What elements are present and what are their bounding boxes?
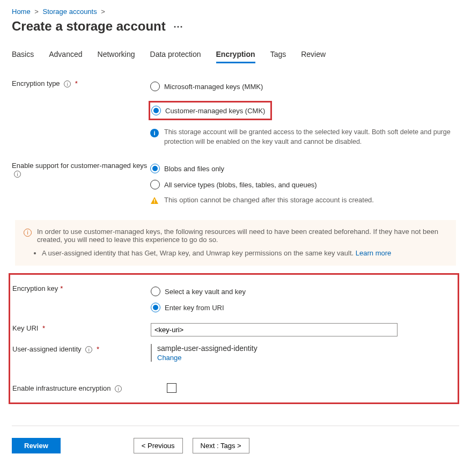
user-assigned-identity-label: User-assigned identity i *: [12, 344, 151, 353]
tab-bar: Basics Advanced Networking Data protecti…: [12, 50, 459, 63]
support-label: Enable support for customer-managed keys…: [12, 160, 150, 178]
chevron-right-icon: >: [34, 8, 39, 16]
change-identity-link[interactable]: Change: [157, 354, 452, 362]
tab-data-protection[interactable]: Data protection: [150, 50, 201, 63]
info-icon[interactable]: i: [64, 80, 71, 87]
review-button[interactable]: Review: [12, 438, 61, 453]
info-icon: i: [150, 129, 159, 137]
info-icon[interactable]: i: [85, 346, 92, 353]
tab-tags[interactable]: Tags: [270, 50, 286, 63]
infrastructure-encryption-label: Enable infrastructure encryption i: [12, 383, 167, 392]
radio-blobs-files[interactable]: [150, 164, 160, 173]
tab-encryption[interactable]: Encryption: [216, 50, 255, 63]
radio-select-keyvault[interactable]: [151, 287, 160, 296]
separator: [12, 426, 459, 426]
tab-basics[interactable]: Basics: [12, 50, 34, 63]
callout-body: In order to use customer-managed keys, t…: [37, 228, 447, 244]
radio-mmk-label: Microsoft-managed keys (MMK): [164, 83, 263, 91]
key-uri-input[interactable]: [151, 323, 398, 336]
encryption-key-section-highlight: Encryption key* Select a key vault and k…: [9, 273, 459, 404]
encryption-key-label: Encryption key*: [12, 283, 151, 292]
chevron-right-icon: >: [101, 8, 105, 16]
radio-cmk-label: Customer-managed keys (CMK): [165, 107, 265, 115]
encryption-type-label: Encryption type i *: [12, 78, 150, 87]
radio-select-keyvault-label: Select a key vault and key: [165, 288, 246, 296]
tab-advanced[interactable]: Advanced: [49, 50, 82, 63]
infrastructure-encryption-checkbox[interactable]: [167, 383, 176, 393]
breadcrumb-storage-accounts[interactable]: Storage accounts: [43, 8, 97, 16]
learn-more-link[interactable]: Learn more: [356, 249, 391, 257]
warning-icon: [150, 196, 159, 205]
radio-enter-key-uri[interactable]: [151, 303, 160, 312]
breadcrumb-home[interactable]: Home: [12, 8, 31, 16]
info-icon[interactable]: i: [14, 171, 21, 178]
page-title: Create a storage account ⋯: [12, 19, 459, 34]
next-button[interactable]: Next : Tags >: [193, 438, 249, 453]
encryption-type-note: This storage account will be granted acc…: [164, 128, 459, 147]
page-title-text: Create a storage account: [12, 19, 166, 34]
tab-networking[interactable]: Networking: [98, 50, 135, 63]
user-assigned-identity-value: sample-user-assigned-identity: [157, 344, 452, 353]
support-warning-text: This option cannot be changed after this…: [164, 196, 374, 204]
info-icon[interactable]: i: [115, 385, 122, 392]
info-icon: i: [24, 229, 32, 237]
required-indicator: *: [75, 79, 78, 87]
svg-rect-1: [154, 199, 154, 202]
wizard-footer: Review < Previous Next : Tags >: [12, 438, 459, 453]
tab-review[interactable]: Review: [301, 50, 326, 63]
radio-all-services-label: All service types (blobs, files, tables,…: [164, 181, 317, 189]
radio-cmk[interactable]: [151, 106, 161, 115]
svg-rect-2: [154, 202, 154, 203]
radio-enter-key-uri-label: Enter key from URI: [165, 304, 224, 312]
radio-mmk[interactable]: [150, 82, 160, 91]
callout-bullet: A user-assigned identity that has Get, W…: [42, 249, 447, 257]
breadcrumb: Home > Storage accounts >: [12, 8, 459, 16]
radio-all-services[interactable]: [150, 180, 160, 189]
more-actions-icon[interactable]: ⋯: [173, 20, 184, 32]
cmk-prerequisites-callout: i In order to use customer-managed keys,…: [15, 220, 456, 266]
radio-blobs-files-label: Blobs and files only: [164, 165, 224, 173]
key-uri-label: Key URI *: [12, 323, 151, 332]
previous-button[interactable]: < Previous: [134, 438, 183, 453]
